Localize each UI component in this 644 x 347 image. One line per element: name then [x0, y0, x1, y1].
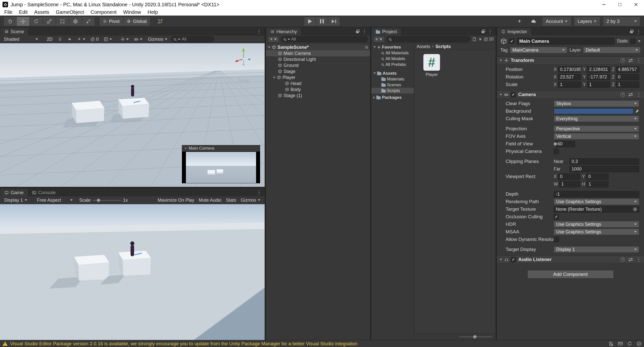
dynamic-resolution-checkbox[interactable] [554, 237, 559, 242]
hierarchy-item-stage[interactable]: Stage [266, 68, 370, 74]
hierarchy-item-player[interactable]: Player [266, 74, 370, 80]
breadcrumb-current[interactable]: Scripts [435, 44, 451, 49]
culling-mask-dropdown[interactable]: Everything [554, 115, 639, 122]
scene-fx-dropdown[interactable] [75, 36, 87, 42]
play-button[interactable] [304, 17, 316, 26]
lock-icon[interactable] [481, 31, 485, 33]
add-component-button[interactable]: Add Component [527, 270, 614, 279]
msaa-dropdown[interactable]: Use Graphics Settings [554, 229, 639, 235]
target-display-dropdown[interactable]: Display 1 [554, 246, 639, 253]
camera-preview-header[interactable]: Main Camera [182, 145, 260, 152]
folder-scenes[interactable]: Scenes [371, 82, 414, 88]
global-toggle-button[interactable]: Global [123, 17, 150, 26]
active-checkbox[interactable] [509, 38, 514, 44]
viewport-w-field[interactable]: 1 [559, 181, 580, 187]
menu-gameobject[interactable]: GameObject [53, 9, 87, 15]
project-search-input[interactable] [386, 36, 470, 42]
layers-dropdown[interactable]: Layers [574, 17, 600, 26]
target-texture-field[interactable]: None (Render Texture) [554, 206, 639, 212]
viewport-x-field[interactable]: 0 [558, 173, 580, 180]
grid-visibility-dropdown[interactable] [102, 36, 114, 42]
hierarchy-scene-row[interactable]: SampleScene* [266, 44, 370, 50]
pivot-toggle-button[interactable]: Pivot [99, 17, 123, 26]
scale-z-field[interactable]: 1 [616, 81, 639, 88]
favorite-all-models[interactable]: All Models [371, 56, 414, 62]
menu-help[interactable]: Help [144, 9, 161, 15]
component-menu-icon[interactable] [636, 92, 641, 97]
status-bar[interactable]: Visual Studio Editor Package version 2.0… [0, 340, 644, 347]
scene-lighting-button[interactable] [56, 36, 64, 42]
hierarchy-item-main-camera[interactable]: Main Camera [266, 50, 370, 56]
scene-tools-dropdown[interactable] [119, 36, 131, 42]
game-gizmos-dropdown[interactable]: Gizmos [238, 196, 263, 204]
maximize-button[interactable] [612, 0, 628, 9]
icon-size-slider[interactable] [459, 336, 492, 337]
message-icon[interactable] [618, 341, 623, 346]
account-dropdown[interactable]: Account [542, 17, 571, 26]
transform-component-header[interactable]: Transform [497, 56, 644, 64]
rotation-y-field[interactable]: -177.972 [587, 74, 610, 80]
scene-viewport[interactable]: y Persp Main Camera [0, 43, 265, 187]
component-menu-icon[interactable] [636, 257, 641, 262]
hidden-objects-toggle[interactable]: 0 [89, 36, 100, 42]
rotation-z-field[interactable]: 0 [616, 74, 639, 80]
hierarchy-item-directional-light[interactable]: Directional Light [266, 56, 370, 62]
foldout-arrow-icon[interactable] [273, 77, 275, 78]
search-by-label-icon[interactable] [478, 37, 482, 41]
game-viewport[interactable] [0, 204, 265, 340]
folder-scripts[interactable]: Scripts [371, 88, 414, 94]
component-enabled-checkbox[interactable] [511, 92, 516, 97]
foldout-arrow-icon[interactable] [500, 60, 502, 61]
depth-field[interactable]: -1 [554, 191, 639, 197]
favorites-row[interactable]: Favorites [371, 44, 414, 50]
scene-menu-icon[interactable] [257, 29, 262, 34]
occlusion-culling-checkbox[interactable] [554, 214, 559, 220]
move-tool-button[interactable] [17, 17, 30, 26]
rect-tool-button[interactable] [56, 17, 69, 26]
tab-hierarchy[interactable]: Hierarchy [266, 28, 301, 35]
refresh-icon[interactable] [627, 341, 632, 346]
draw-mode-dropdown[interactable]: Shaded [2, 36, 40, 42]
preset-icon[interactable] [628, 59, 633, 62]
scale-tool-button[interactable] [43, 17, 56, 26]
object-picker-icon[interactable] [633, 207, 637, 211]
tab-project[interactable]: Project [372, 28, 401, 35]
near-field[interactable]: 0.3 [570, 158, 639, 165]
gizmos-dropdown[interactable]: Gizmos [146, 36, 169, 42]
help-icon[interactable] [620, 257, 625, 262]
eyedropper-icon[interactable] [635, 109, 639, 113]
position-y-field[interactable]: 2.128431 [587, 66, 610, 73]
scene-player[interactable] [131, 85, 134, 97]
hierarchy-menu-icon[interactable] [362, 29, 367, 34]
lock-icon[interactable] [356, 31, 359, 33]
stats-button[interactable]: Stats [224, 196, 238, 204]
hierarchy-item-stage-1[interactable]: Stage (1) [266, 93, 370, 99]
transform-tool-button[interactable] [69, 17, 82, 26]
layer-dropdown[interactable]: Default [583, 47, 640, 53]
slider-knob[interactable] [473, 335, 476, 338]
tab-scene[interactable]: Scene [1, 28, 28, 35]
viewport-y-field[interactable]: 0 [586, 173, 608, 180]
fov-value-field[interactable]: 60 [555, 141, 575, 147]
inspector-menu-icon[interactable] [636, 29, 641, 34]
foldout-arrow-icon[interactable] [268, 47, 270, 48]
scene-audio-button[interactable] [66, 36, 73, 42]
hierarchy-item-head[interactable]: Head [266, 80, 370, 86]
rendering-path-dropdown[interactable]: Use Graphics Settings [554, 198, 639, 205]
breadcrumb-assets[interactable]: Assets [417, 44, 430, 49]
menu-file[interactable]: File [1, 9, 16, 15]
menu-window[interactable]: Window [120, 9, 144, 15]
assets-row[interactable]: Assets [371, 70, 414, 76]
projection-dropdown[interactable]: Perspective [554, 125, 639, 132]
tag-dropdown[interactable]: MainCamera [510, 47, 567, 53]
preset-icon[interactable] [628, 93, 633, 96]
tab-console[interactable]: Console [28, 189, 60, 196]
lock-icon[interactable] [630, 31, 633, 33]
mute-audio-button[interactable]: Mute Audio [196, 196, 224, 204]
background-color-field[interactable] [554, 108, 633, 114]
close-button[interactable] [628, 0, 644, 9]
foldout-arrow-icon[interactable] [373, 72, 376, 74]
static-checkbox[interactable] [630, 38, 636, 44]
foldout-arrow-icon[interactable] [373, 46, 376, 48]
maximize-on-play-button[interactable]: Maximize On Play [155, 196, 196, 204]
